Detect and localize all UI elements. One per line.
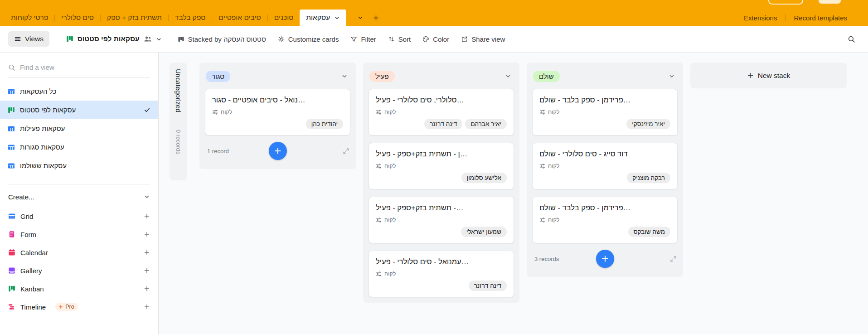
share-view-button[interactable]: Share view: [455, 31, 511, 47]
expand-stack-button[interactable]: [342, 146, 350, 156]
tag-chip: יהודית כהן: [306, 119, 343, 129]
view-item-selected[interactable]: עסקאות לפי סטטוס: [0, 101, 158, 119]
search-button[interactable]: [845, 33, 858, 46]
filter-label: Filter: [361, 35, 376, 43]
views-sidebar: כל העסקאות עסקאות לפי סטטוס עסקאות פעילו…: [0, 53, 159, 334]
expand-icon: [670, 256, 677, 262]
table-list-dropdown-button[interactable]: [353, 10, 368, 26]
field-name: לקוח: [384, 163, 396, 169]
create-calendar-view[interactable]: Calendar: [0, 243, 158, 261]
gallery-view-icon: [8, 267, 15, 274]
table-tab[interactable]: ספק בלבד: [169, 10, 212, 26]
topbar-divider: [785, 14, 786, 21]
kanban-board: Uncategorized 0 records סגור נואל - סיבי…: [159, 53, 868, 334]
create-view-list: Grid Form Calendar: [0, 207, 158, 316]
chevron-down-icon[interactable]: [505, 73, 511, 79]
view-item[interactable]: כל העסקאות: [0, 82, 158, 101]
card-field-row: לקוח: [539, 163, 670, 169]
sort-button[interactable]: Sort: [382, 31, 417, 47]
table-tab[interactable]: סוכנים: [268, 10, 300, 26]
kanban-card[interactable]: פרידמן - ספק בלבד - שולם… לקוח יאיר מיזי…: [532, 89, 678, 136]
kanban-card[interactable]: דוד סייג - סים סלולרי - שולם לקוח רבקה מ…: [532, 143, 678, 189]
create-timeline-view[interactable]: Timeline Pro: [0, 298, 158, 316]
create-gallery-view[interactable]: Gallery: [0, 261, 158, 280]
record-count: 3 records: [534, 256, 559, 262]
view-name: עסקאות לפי סטטוס: [78, 35, 140, 43]
views-sidebar-toggle[interactable]: Views: [8, 31, 49, 47]
stack-header[interactable]: פעיל: [369, 68, 514, 84]
current-view-menu[interactable]: עסקאות לפי סטטוס: [63, 31, 165, 47]
table-tab[interactable]: סיבים אופטיים: [212, 10, 267, 26]
plus-icon[interactable]: [144, 231, 150, 237]
kanban-card[interactable]: עמנואל - סים סלולרי - פעיל… לקוח דינה דר…: [369, 251, 514, 297]
create-item-label: Form: [20, 231, 36, 238]
customize-cards-label: Customize cards: [288, 35, 339, 43]
field-type-icon: [539, 109, 545, 115]
view-item-label: עסקאות סגורות: [20, 143, 64, 151]
add-record-button[interactable]: [596, 250, 614, 268]
table-tabs: פרטי לקוחות סים סלולרי תשתית בזק + ספק ס…: [0, 10, 384, 26]
kanban-card[interactable]: פרידמן - ספק בלבד - שולם… לקוח משה שובקס: [532, 197, 678, 243]
plus-icon[interactable]: [144, 304, 150, 310]
plus-icon[interactable]: [144, 249, 150, 256]
kanban-stack-paid: שולם פרידמן - ספק בלבד - שולם… לקוח יאיר…: [527, 63, 683, 277]
view-item[interactable]: עסקאות סגורות: [0, 138, 158, 156]
stack-header[interactable]: שולם: [532, 68, 678, 84]
create-grid-view[interactable]: Grid: [0, 207, 158, 225]
field-name: לקוח: [384, 109, 396, 115]
kanban-stack-active: פעיל סלולרי, סים סלולרי - פעיל… לקוח יאי…: [363, 63, 519, 303]
kanban-stack-closed: סגור נואל - סיבים אופטיים - סגור… לקוח י…: [199, 63, 356, 169]
search-icon: [8, 64, 15, 71]
plus-icon[interactable]: [144, 213, 150, 219]
field-type-icon: [212, 109, 218, 115]
add-table-button[interactable]: [368, 10, 384, 26]
checkmark-icon: [144, 106, 150, 113]
sparkle-icon: [58, 304, 63, 310]
main-area: כל העסקאות עסקאות לפי סטטוס עסקאות פעילו…: [0, 53, 868, 334]
plus-icon[interactable]: [144, 286, 150, 292]
card-field-row: לקוח: [212, 109, 343, 115]
timeline-view-icon: [8, 303, 15, 310]
stack-header[interactable]: סגור: [205, 68, 350, 84]
kanban-view-icon: [8, 106, 15, 114]
create-kanban-view[interactable]: Kanban: [0, 280, 158, 298]
add-record-button[interactable]: [269, 142, 287, 160]
table-tab[interactable]: תשתית בזק + ספק: [101, 10, 168, 26]
view-item-label: עסקאות פעילות: [20, 125, 65, 132]
color-button[interactable]: Color: [417, 31, 455, 47]
table-tab[interactable]: סים סלולרי: [55, 10, 100, 26]
chevron-down-icon[interactable]: [669, 73, 675, 79]
create-form-view[interactable]: Form: [0, 225, 158, 243]
view-item[interactable]: עסקאות פעילות: [0, 119, 158, 138]
card-title: סלולרי, סים סלולרי - פעיל…: [376, 96, 507, 104]
kanban-card[interactable]: ‏- תשתית בזק+ספק - פעיל… לקוח שמעון ישרא…: [369, 197, 514, 243]
view-item[interactable]: עסקאות ששולמו: [0, 156, 158, 175]
uncategorized-stack-collapsed[interactable]: Uncategorized 0 records: [170, 63, 187, 180]
expand-stack-button[interactable]: [669, 254, 678, 264]
grid-view-icon: [8, 144, 15, 151]
new-stack-button[interactable]: New stack: [690, 63, 847, 88]
kanban-card[interactable]: ן - תשתית בזק+ספק - פעיל… לקוח אלישע סלו…: [369, 143, 514, 189]
table-tab-active[interactable]: עסקאות: [300, 10, 346, 26]
create-section-header[interactable]: Create...: [0, 186, 158, 207]
find-view-input[interactable]: [20, 63, 150, 71]
chevron-down-icon[interactable]: [341, 73, 348, 79]
stacked-by-button[interactable]: Stacked by סטטוס העסקה: [172, 31, 272, 47]
card-title: פרידמן - ספק בלבד - שולם…: [539, 203, 670, 212]
table-tab[interactable]: פרטי לקוחות: [5, 10, 54, 26]
kanban-card[interactable]: נואל - סיבים אופטיים - סגור… לקוח יהודית…: [205, 89, 350, 136]
top-bar: פרטי לקוחות סים סלולרי תשתית בזק + ספק ס…: [0, 0, 868, 26]
stacked-by-label: Stacked by סטטוס העסקה: [188, 35, 266, 43]
tag-chip: יאיר אברהם: [465, 119, 507, 129]
customize-cards-button[interactable]: Customize cards: [272, 31, 345, 47]
tag-chip: משה שובקס: [628, 227, 670, 237]
chevron-down-icon: [334, 15, 340, 21]
extensions-button[interactable]: Extensions: [741, 14, 780, 22]
field-name: לקוח: [221, 109, 232, 115]
filter-button[interactable]: Filter: [344, 31, 382, 47]
plus-icon[interactable]: [144, 267, 150, 274]
kanban-view-icon: [8, 285, 15, 292]
kanban-card[interactable]: סלולרי, סים סלולרי - פעיל… לקוח יאיר אבר…: [369, 89, 514, 136]
record-templates-button[interactable]: Record templates: [791, 14, 850, 22]
gear-icon: [278, 36, 285, 43]
